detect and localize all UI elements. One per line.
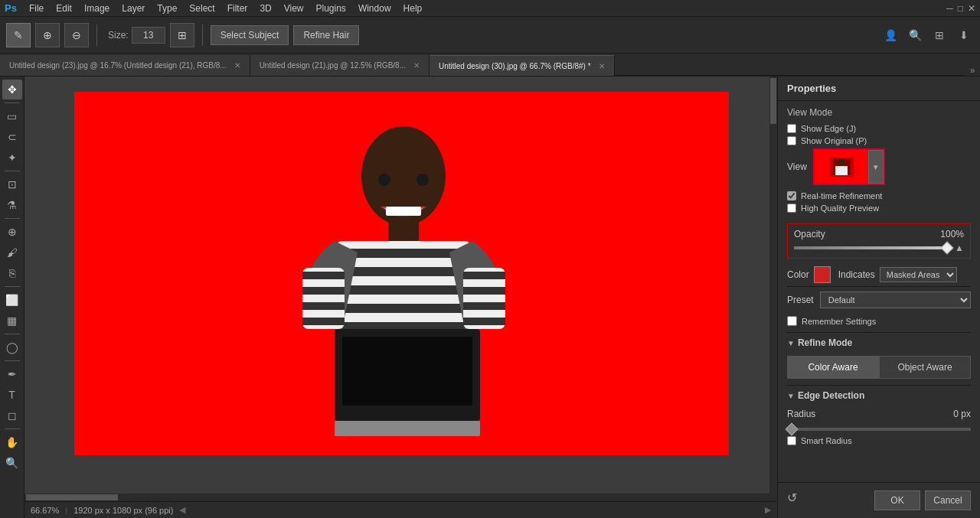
size-input[interactable]: [132, 27, 165, 44]
tool-mode-subtract[interactable]: ⊖: [64, 23, 89, 47]
magic-wand-tool[interactable]: ✦: [2, 148, 22, 168]
view-dropdown-btn[interactable]: ▼: [868, 150, 884, 184]
brush-tool[interactable]: 🖌: [2, 243, 22, 262]
ok-button[interactable]: OK: [874, 490, 920, 510]
left-tools: ✥ ▭ ⊂ ✦ ⊡ ⚗ ⊕ 🖌 ⎘ ⬜ ▦ ◯ ✒ T ◻ ✋ 🔍: [0, 77, 24, 518]
remember-settings-checkbox[interactable]: [787, 316, 797, 326]
view-preview-box[interactable]: [815, 150, 868, 184]
opacity-slider[interactable]: [794, 246, 952, 249]
canvas-image: [74, 92, 729, 455]
high-quality-row: High Quality Preview: [787, 204, 971, 213]
color-swatch[interactable]: [814, 266, 831, 283]
radius-value: 0 px: [953, 409, 971, 419]
show-edge-checkbox[interactable]: [787, 124, 796, 133]
svg-point-29: [838, 158, 845, 166]
tabs-overflow[interactable]: »: [965, 65, 980, 76]
tool-sep-2: [5, 171, 20, 171]
preset-row: Preset Default Custom: [778, 287, 980, 313]
menu-plugins[interactable]: Plugins: [310, 2, 352, 15]
tab-2-close[interactable]: ✕: [413, 61, 420, 70]
status-right-arrow[interactable]: ▶: [765, 505, 771, 515]
tab-3[interactable]: Untitled design (30).jpg @ 66.7% (RGB/8#…: [430, 55, 615, 76]
menu-type[interactable]: Type: [151, 2, 183, 15]
layout-icon[interactable]: ⊞: [929, 25, 949, 45]
tab-1-close[interactable]: ✕: [234, 61, 240, 70]
undo-icon[interactable]: ↺: [787, 490, 797, 510]
minimize-btn[interactable]: ─: [946, 3, 953, 14]
select-subject-button[interactable]: Select Subject: [211, 25, 289, 45]
menu-window[interactable]: Window: [352, 2, 397, 15]
eraser-tool[interactable]: ⬜: [2, 290, 22, 310]
tab-1[interactable]: Untitled design (23).jpg @ 16.7% (Untitl…: [0, 55, 250, 76]
tab-3-label: Untitled design (30).jpg @ 66.7% (RGB/8#…: [439, 62, 591, 70]
canvas-scroll-vertical[interactable]: [769, 77, 777, 501]
menu-3d[interactable]: 3D: [253, 2, 277, 15]
menu-edit[interactable]: Edit: [50, 2, 78, 15]
refine-hair-button[interactable]: Refine Hair: [293, 25, 359, 45]
menu-file[interactable]: File: [23, 2, 50, 15]
color-aware-button[interactable]: Color Aware: [787, 356, 879, 379]
maximize-btn[interactable]: □: [958, 3, 963, 14]
tab-3-close[interactable]: ✕: [599, 62, 605, 70]
hand-tool[interactable]: ✋: [2, 432, 22, 452]
cancel-button[interactable]: Cancel: [925, 490, 971, 510]
edge-detection-header[interactable]: ▼ Edge Detection: [778, 386, 980, 406]
menu-view[interactable]: View: [278, 2, 310, 15]
smart-radius-checkbox[interactable]: [787, 436, 796, 445]
tool-selector-icon[interactable]: ✎: [6, 23, 31, 47]
menu-select[interactable]: Select: [183, 2, 220, 15]
eyedropper-tool[interactable]: ⚗: [2, 195, 22, 215]
show-original-checkbox[interactable]: [787, 136, 796, 145]
opacity-arrow[interactable]: ▲: [955, 243, 964, 253]
user-icon[interactable]: 👤: [880, 25, 900, 45]
tabs-bar: Untitled design (23).jpg @ 16.7% (Untitl…: [0, 54, 980, 77]
crop-tool[interactable]: ⊡: [2, 174, 22, 194]
menu-image[interactable]: Image: [78, 2, 116, 15]
close-btn[interactable]: ✕: [968, 3, 975, 14]
status-left-arrow[interactable]: ◀: [179, 505, 185, 515]
panel-title: Properties: [778, 77, 980, 101]
radius-slider[interactable]: [787, 428, 971, 431]
move-tool[interactable]: ✥: [2, 80, 22, 99]
lasso-tool[interactable]: ⊂: [2, 127, 22, 147]
tool-options-icon[interactable]: ⊞: [170, 23, 194, 47]
tool-sep-7: [5, 428, 20, 429]
shape-tool[interactable]: ◻: [2, 406, 22, 425]
heal-tool[interactable]: ⊕: [2, 222, 22, 242]
view-mode-section: View Mode Show Edge (J) Show Original (P…: [778, 101, 980, 219]
view-preview-row: View ▼: [787, 148, 971, 185]
download-icon[interactable]: ⬇: [954, 25, 974, 45]
tool-sep-1: [5, 103, 20, 103]
high-quality-checkbox[interactable]: [787, 204, 796, 213]
object-aware-button[interactable]: Object Aware: [879, 356, 971, 379]
size-control: Size:: [105, 27, 165, 44]
real-time-checkbox[interactable]: [787, 191, 796, 200]
canvas-area: 66.67% | 1920 px x 1080 px (96 ppi) ◀ ▶: [24, 77, 777, 518]
clone-tool[interactable]: ⎘: [2, 263, 22, 283]
tab-2[interactable]: Untitled design (21).jpg @ 12.5% (RGB/8.…: [250, 55, 430, 76]
menu-layer[interactable]: Layer: [116, 2, 151, 15]
search-icon[interactable]: 🔍: [905, 25, 925, 45]
menu-help[interactable]: Help: [397, 2, 429, 15]
separator-1: [96, 24, 97, 46]
pen-tool[interactable]: ✒: [2, 364, 22, 384]
ps-logo: Ps: [5, 2, 17, 14]
refine-mode-header[interactable]: ▼ Refine Mode: [778, 333, 980, 353]
text-tool[interactable]: T: [2, 385, 22, 405]
tool-sep-6: [5, 360, 20, 361]
zoom-tool[interactable]: 🔍: [2, 453, 22, 473]
remember-settings-label: Remember Settings: [802, 317, 876, 326]
svg-rect-5: [335, 285, 472, 295]
menu-filter[interactable]: Filter: [221, 2, 254, 15]
tool-mode-add[interactable]: ⊕: [35, 23, 60, 47]
gradient-tool[interactable]: ▦: [2, 311, 22, 331]
view-preview-container[interactable]: ▼: [813, 148, 885, 185]
refine-mode-title: Refine Mode: [798, 337, 852, 348]
select-tool[interactable]: ▭: [2, 106, 22, 126]
indicates-dropdown[interactable]: Masked Areas Selection: [880, 267, 957, 282]
dodge-tool[interactable]: ◯: [2, 337, 22, 357]
radius-row: Radius 0 px: [787, 409, 971, 419]
canvas-scroll-horizontal[interactable]: [24, 494, 769, 501]
preset-select[interactable]: Default Custom: [820, 292, 971, 308]
edge-detection-chevron: ▼: [787, 392, 795, 400]
